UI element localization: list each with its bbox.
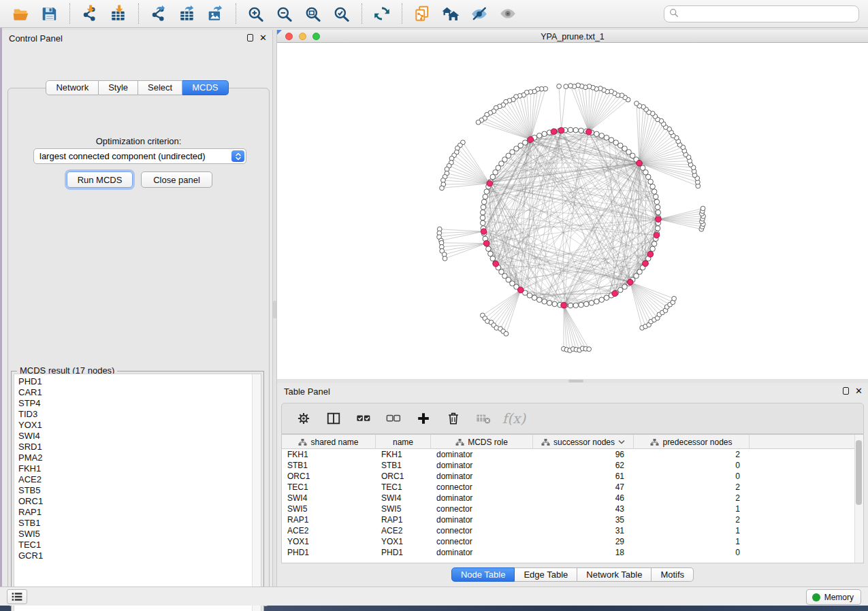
table-header-row: shared namenameMCDS rolesuccessor nodesp… bbox=[282, 435, 854, 449]
cytoscape-window: Control Panel ✕ Optimization criterion: … bbox=[0, 0, 868, 606]
column-settings-icon[interactable] bbox=[294, 409, 313, 428]
delete-column-icon[interactable] bbox=[444, 409, 463, 428]
zoom-fit-icon[interactable] bbox=[303, 3, 323, 24]
table-row[interactable]: YOX1YOX1connector291 bbox=[282, 536, 854, 547]
cell-shared-name: SWI4 bbox=[282, 493, 376, 503]
network-node bbox=[488, 251, 494, 257]
mcds-result-node[interactable]: SWI5 bbox=[14, 529, 251, 540]
mcds-result-node[interactable]: STB5 bbox=[14, 485, 251, 496]
tab-style[interactable]: Style bbox=[99, 80, 138, 95]
network-canvas[interactable] bbox=[277, 43, 868, 379]
network-node bbox=[587, 347, 592, 352]
task-history-button[interactable] bbox=[7, 589, 27, 604]
cell-predecessor-nodes: 0 bbox=[634, 471, 750, 482]
duplicate-network-icon[interactable] bbox=[412, 3, 432, 24]
import-table-icon[interactable] bbox=[108, 3, 129, 24]
scrollbar-thumb[interactable] bbox=[856, 440, 862, 505]
split-panel-icon[interactable] bbox=[324, 409, 343, 428]
first-neighbors-icon[interactable] bbox=[440, 3, 461, 24]
mcds-result-node[interactable]: ACE2 bbox=[14, 474, 251, 485]
refresh-view-icon[interactable] bbox=[372, 3, 392, 24]
column-header-predecessor-nodes[interactable]: predecessor nodes bbox=[634, 435, 750, 449]
cell-successor-nodes: 96 bbox=[533, 449, 634, 460]
mcds-result-node[interactable]: SRD1 bbox=[14, 442, 251, 452]
tab-edge-table[interactable]: Edge Table bbox=[515, 567, 577, 582]
mcds-result-node[interactable]: CAR1 bbox=[14, 387, 251, 398]
zoom-in-icon[interactable] bbox=[246, 3, 266, 24]
table-row[interactable]: SWI4SWI4dominator462 bbox=[282, 493, 854, 503]
deselect-all-icon[interactable] bbox=[384, 409, 403, 428]
control-panel-title: Control Panel bbox=[9, 33, 63, 44]
column-header-name[interactable]: name bbox=[376, 435, 431, 449]
column-header-MCDS-role[interactable]: MCDS role bbox=[431, 435, 533, 449]
network-node bbox=[652, 242, 657, 247]
cell-successor-nodes: 29 bbox=[533, 536, 634, 547]
vertical-splitter[interactable] bbox=[272, 30, 277, 587]
zoom-selected-icon[interactable] bbox=[332, 3, 352, 24]
splitter-grip[interactable] bbox=[568, 380, 583, 382]
hide-selected-icon[interactable] bbox=[469, 3, 489, 24]
export-table-icon[interactable] bbox=[177, 3, 197, 24]
import-network-icon[interactable] bbox=[80, 3, 100, 24]
mcds-result-node[interactable]: TEC1 bbox=[14, 540, 251, 550]
network-node bbox=[486, 246, 492, 252]
search-input[interactable] bbox=[679, 7, 858, 21]
tab-node-table[interactable]: Node Table bbox=[451, 567, 515, 582]
tab-select[interactable]: Select bbox=[138, 80, 182, 95]
cell-MCDS-role: connector bbox=[431, 536, 533, 547]
tab-network-table[interactable]: Network Table bbox=[577, 567, 652, 582]
cell-successor-nodes: 62 bbox=[533, 460, 634, 471]
mcds-result-node[interactable]: PMA2 bbox=[14, 452, 251, 463]
export-network-icon[interactable] bbox=[148, 3, 169, 24]
run-mcds-button[interactable]: Run MCDS bbox=[67, 171, 133, 188]
table-toolbar: f(x) bbox=[281, 403, 864, 434]
network-node bbox=[490, 256, 496, 261]
close-panel-icon[interactable]: ✕ bbox=[855, 387, 863, 395]
table-row[interactable]: ACE2ACE2connector311 bbox=[282, 525, 854, 536]
close-panel-icon[interactable]: ✕ bbox=[259, 34, 267, 42]
table-row[interactable]: STB1STB1dominator620 bbox=[282, 460, 854, 471]
add-column-icon[interactable] bbox=[414, 409, 433, 428]
save-session-icon[interactable] bbox=[39, 3, 60, 24]
mcds-hub-node bbox=[643, 261, 649, 267]
export-image-icon[interactable] bbox=[206, 3, 226, 24]
criterion-select[interactable]: largest connected component (undirected) bbox=[33, 148, 246, 164]
float-panel-icon[interactable] bbox=[843, 387, 849, 395]
table-scrollbar[interactable] bbox=[854, 435, 863, 563]
tab-mcds[interactable]: MCDS bbox=[182, 80, 228, 95]
memory-button[interactable]: Memory bbox=[806, 589, 861, 605]
close-panel-button[interactable]: Close panel bbox=[141, 171, 212, 188]
table-row[interactable]: FKH1FKH1dominator962 bbox=[282, 449, 854, 460]
mcds-result-node[interactable]: YOX1 bbox=[14, 420, 251, 431]
open-file-icon[interactable] bbox=[11, 3, 31, 24]
select-all-icon[interactable] bbox=[354, 409, 373, 428]
mcds-result-scrollbar[interactable] bbox=[252, 374, 261, 611]
mcds-result-node[interactable]: ORC1 bbox=[14, 496, 251, 507]
mcds-result-node[interactable]: STB1 bbox=[14, 518, 251, 529]
mcds-hub-node bbox=[481, 229, 487, 235]
cell-MCDS-role: dominator bbox=[431, 514, 533, 525]
tab-network[interactable]: Network bbox=[46, 80, 99, 95]
table-row[interactable]: SWI5SWI5connector431 bbox=[282, 503, 854, 514]
mcds-result-node[interactable]: FKH1 bbox=[14, 463, 251, 474]
splitter-grip[interactable] bbox=[273, 301, 276, 318]
table-row[interactable]: TEC1TEC1connector472 bbox=[282, 482, 854, 493]
table-row[interactable]: PHD1PHD1dominator180 bbox=[282, 547, 854, 558]
toolbar-separator bbox=[361, 3, 362, 24]
float-panel-icon[interactable] bbox=[247, 34, 253, 42]
column-header-successor-nodes[interactable]: successor nodes bbox=[533, 435, 634, 449]
show-all-icon[interactable] bbox=[498, 3, 518, 24]
mcds-result-node[interactable]: PHD1 bbox=[14, 376, 251, 387]
table-row[interactable]: RAP1RAP1dominator352 bbox=[282, 514, 854, 525]
mcds-result-node[interactable]: TID3 bbox=[14, 409, 251, 420]
column-header-shared-name[interactable]: shared name bbox=[282, 435, 376, 449]
table-row[interactable]: ORC1ORC1dominator610 bbox=[282, 471, 854, 482]
tab-motifs[interactable]: Motifs bbox=[652, 567, 694, 582]
mcds-result-node[interactable]: RAP1 bbox=[14, 507, 251, 518]
mcds-result-node[interactable]: SWI4 bbox=[14, 431, 251, 442]
search-box[interactable] bbox=[664, 5, 859, 22]
zoom-out-icon[interactable] bbox=[274, 3, 295, 24]
network-graph[interactable] bbox=[277, 43, 868, 379]
mcds-result-node[interactable]: STP4 bbox=[14, 398, 251, 409]
mcds-result-node[interactable]: GCR1 bbox=[14, 550, 251, 561]
